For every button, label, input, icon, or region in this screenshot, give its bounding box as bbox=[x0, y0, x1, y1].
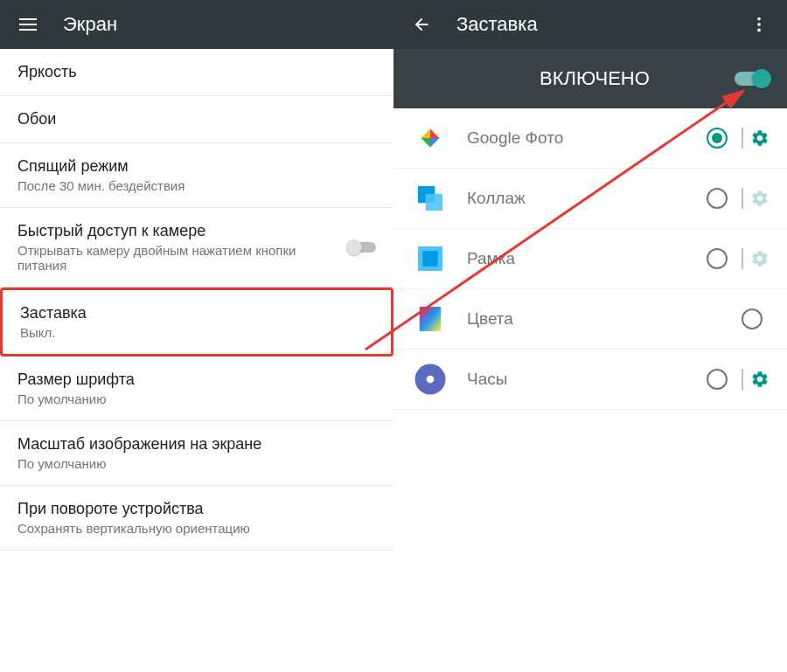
svg-point-2 bbox=[757, 29, 761, 32]
settings-item-subtitle: Открывать камеру двойным нажатием кнопки… bbox=[17, 243, 348, 273]
screensaver-label: Цвета bbox=[467, 309, 742, 329]
settings-item-subtitle: Сохранять вертикальную ориентацию bbox=[17, 521, 376, 536]
status-label: ВКЛЮЧЕНО bbox=[455, 67, 735, 90]
left-pane: Экран ЯркостьОбоиСпящий режимПосле 30 ми… bbox=[0, 0, 394, 672]
settings-item[interactable]: При повороте устройстваСохранять вертика… bbox=[0, 486, 394, 551]
status-bar: ВКЛЮЧЕНО bbox=[394, 49, 787, 108]
master-toggle[interactable] bbox=[735, 72, 770, 86]
radio-button[interactable] bbox=[742, 308, 763, 329]
divider bbox=[742, 248, 743, 269]
hamburger-icon[interactable] bbox=[10, 7, 45, 42]
gear-icon[interactable] bbox=[750, 189, 770, 208]
gear-icon[interactable] bbox=[750, 128, 770, 148]
right-pane: Заставка ВКЛЮЧЕНО Google ФотоКоллажРамка… bbox=[394, 0, 787, 672]
settings-item-title: Спящий режим bbox=[17, 157, 376, 176]
colors-icon bbox=[411, 300, 449, 338]
settings-item-title: Масштаб изображения на экране bbox=[17, 435, 376, 454]
appbar-left: Экран bbox=[0, 0, 394, 49]
divider bbox=[742, 128, 743, 149]
settings-item-title: Размер шрифта bbox=[17, 371, 376, 389]
divider bbox=[742, 369, 743, 390]
settings-item[interactable]: Яркость bbox=[0, 49, 394, 96]
screensaver-item[interactable]: Коллаж bbox=[394, 169, 787, 229]
screensaver-label: Рамка bbox=[467, 249, 707, 268]
item-toggle[interactable] bbox=[348, 242, 376, 253]
photos-icon bbox=[411, 119, 449, 157]
back-icon[interactable] bbox=[404, 7, 439, 42]
clock-icon bbox=[411, 360, 449, 398]
frame-icon bbox=[411, 239, 449, 278]
gear-icon[interactable] bbox=[750, 249, 770, 268]
screensaver-item[interactable]: Рамка bbox=[394, 229, 787, 289]
svg-rect-7 bbox=[420, 307, 442, 331]
radio-button[interactable] bbox=[707, 248, 728, 269]
appbar-right: Заставка bbox=[394, 0, 787, 49]
settings-item[interactable]: ЗаставкаВыкл. bbox=[0, 288, 394, 357]
settings-item-subtitle: После 30 мин. бездействия bbox=[17, 178, 376, 193]
settings-item-subtitle: По умолчанию bbox=[17, 456, 376, 471]
screensaver-label: Google Фото bbox=[467, 128, 707, 148]
settings-item[interactable]: Размер шрифтаПо умолчанию bbox=[0, 357, 394, 421]
svg-rect-4 bbox=[426, 194, 442, 211]
appbar-title-right: Заставка bbox=[456, 13, 538, 36]
gear-icon[interactable] bbox=[750, 370, 770, 389]
collage-icon bbox=[411, 179, 449, 218]
settings-item[interactable]: Спящий режимПосле 30 мин. бездействия bbox=[0, 143, 394, 208]
screensaver-item[interactable]: Часы bbox=[394, 350, 787, 410]
divider bbox=[742, 188, 743, 209]
radio-button[interactable] bbox=[707, 188, 728, 209]
settings-item[interactable]: Масштаб изображения на экранеПо умолчани… bbox=[0, 421, 394, 486]
settings-item[interactable]: Обои bbox=[0, 96, 394, 143]
settings-item-subtitle: По умолчанию bbox=[17, 391, 376, 406]
settings-item-title: Заставка bbox=[20, 304, 373, 322]
svg-point-0 bbox=[757, 17, 761, 21]
screensaver-item[interactable]: Google Фото bbox=[394, 108, 787, 169]
screensaver-item[interactable]: Цвета bbox=[394, 289, 787, 350]
screensaver-label: Коллаж bbox=[467, 189, 707, 208]
settings-item[interactable]: Быстрый доступ к камереОткрывать камеру … bbox=[0, 208, 394, 288]
radio-button[interactable] bbox=[707, 369, 728, 390]
svg-point-1 bbox=[757, 23, 761, 26]
radio-button[interactable] bbox=[707, 128, 728, 149]
screensaver-label: Часы bbox=[467, 370, 707, 389]
screensaver-list: Google ФотоКоллажРамкаЦветаЧасы bbox=[394, 108, 787, 410]
svg-point-9 bbox=[427, 376, 435, 384]
appbar-title-left: Экран bbox=[63, 13, 117, 36]
settings-item-subtitle: Выкл. bbox=[20, 325, 373, 340]
settings-list: ЯркостьОбоиСпящий режимПосле 30 мин. без… bbox=[0, 49, 394, 551]
settings-item-title: При повороте устройства bbox=[17, 500, 376, 518]
overflow-icon[interactable] bbox=[742, 7, 777, 42]
settings-item-title: Яркость bbox=[17, 63, 376, 81]
settings-item-title: Быстрый доступ к камере bbox=[17, 222, 348, 240]
svg-rect-6 bbox=[422, 251, 438, 267]
settings-item-title: Обои bbox=[17, 110, 376, 128]
